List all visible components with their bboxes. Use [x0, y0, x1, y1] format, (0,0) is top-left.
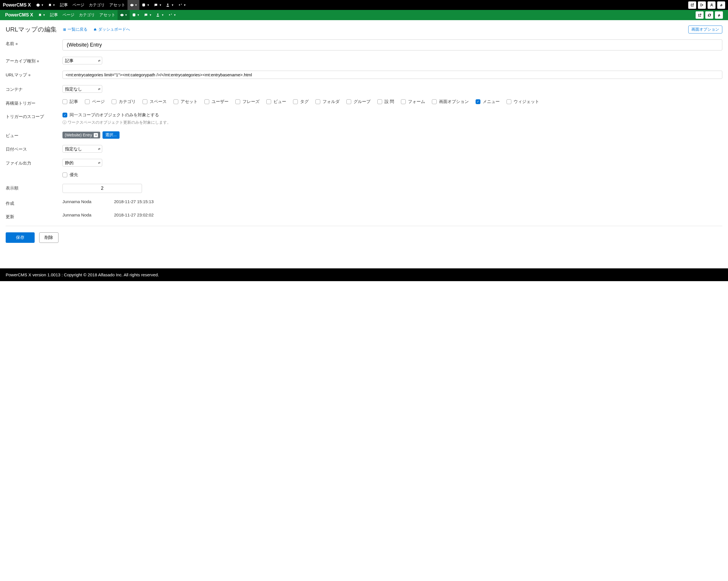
trigger-label: ユーザー [211, 99, 229, 104]
trigger-checkbox[interactable] [378, 99, 382, 104]
label-view: ビュー [6, 131, 62, 139]
trigger-label: スペース [150, 99, 167, 104]
top-user-icon[interactable]: ▼ [164, 0, 176, 10]
save-button[interactable]: 保存 [6, 232, 35, 243]
top-db-icon[interactable]: ▼ [139, 0, 152, 10]
trigger-label: フォーム [408, 99, 425, 104]
top-gear-icon[interactable]: ▼ [128, 0, 140, 10]
green-nav-page[interactable]: ページ [60, 10, 77, 20]
footer: PowerCMS X version 1.0013 : Copyright © … [0, 268, 728, 281]
priority-label: 優先 [70, 172, 78, 177]
green-plug-icon[interactable]: ▼ [166, 10, 178, 20]
trigger-label: ビュー [274, 99, 286, 104]
trigger-grid: 記事ページカテゴリスペースアセットユーザーフレーズビュータグフォルダグループ設 … [62, 99, 722, 104]
screen-options-button[interactable]: 画面オプション [688, 26, 722, 33]
top-bookmark-icon[interactable]: ▼ [46, 0, 58, 10]
top-btn-external-icon[interactable] [688, 1, 696, 9]
trigger-checkbox[interactable] [111, 99, 116, 104]
trigger-label: 設 問 [385, 99, 394, 104]
trigger-checkbox[interactable] [266, 99, 271, 104]
label-date: 日付ベース [6, 145, 62, 153]
page-title: URLマップの編集 [6, 25, 57, 34]
trigger-label: フォルダ [322, 99, 340, 104]
trigger-label: アセット [181, 99, 198, 104]
label-name: 名前✱ [6, 39, 62, 51]
label-created: 作成 [6, 199, 62, 206]
green-gear-icon[interactable]: ▼ [118, 10, 130, 20]
page-head: URLマップの編集 一覧に戻る ダッシュボードへ 画面オプション [6, 25, 722, 34]
label-trigger: 再構築トリガー [6, 99, 62, 106]
order-input[interactable] [62, 184, 142, 193]
trigger-checkbox[interactable] [142, 99, 147, 104]
back-link[interactable]: 一覧に戻る [62, 27, 87, 32]
date-select[interactable]: 指定なし [62, 145, 102, 153]
trigger-checkbox[interactable] [432, 99, 437, 104]
green-btn-refresh-icon[interactable] [705, 11, 713, 19]
trigger-checkbox[interactable] [401, 99, 406, 104]
trigger-checkbox[interactable] [315, 99, 320, 104]
svg-point-2 [711, 4, 712, 5]
trigger-checkbox[interactable] [235, 99, 240, 104]
label-order: 表示順 [6, 184, 62, 193]
scope-checkbox[interactable]: ✓ [62, 113, 67, 117]
trigger-checkbox[interactable] [174, 99, 178, 104]
top-btn-logout-icon[interactable] [698, 1, 706, 9]
trigger-checkbox[interactable] [506, 99, 511, 104]
top-plug-icon[interactable]: ▼ [176, 0, 188, 10]
green-nav-category[interactable]: カテゴリ [77, 10, 97, 20]
trigger-checkbox[interactable] [62, 99, 67, 104]
green-btn-wrench-icon[interactable] [715, 11, 723, 19]
top-nav-asset[interactable]: アセット [107, 0, 128, 10]
green-nav-entry[interactable]: 記事 [48, 10, 60, 20]
top-chat-icon[interactable]: ▼ [152, 0, 164, 10]
top-nav-category[interactable]: カテゴリ [86, 0, 107, 10]
greenbar: PowerCMS X ▼ 記事 ページ カテゴリ アセット ▼ ▼ ▼ ▼ ▼ [0, 10, 728, 20]
svg-point-1 [167, 3, 168, 5]
created-at: 2018-11-27 15:15:13 [114, 199, 154, 206]
dashboard-link[interactable]: ダッシュボードへ [93, 27, 130, 32]
brand-green[interactable]: PowerCMS X [5, 12, 33, 18]
name-input[interactable] [62, 39, 722, 51]
label-scope: トリガーのスコープ [6, 112, 62, 125]
green-nav-asset[interactable]: アセット [97, 10, 118, 20]
top-nav-page[interactable]: ページ [70, 0, 86, 10]
archive-select[interactable]: 記事 [62, 57, 102, 64]
green-chat-icon[interactable]: ▼ [142, 10, 154, 20]
delete-button[interactable]: 削除 [39, 232, 58, 243]
label-container: コンテナ [6, 85, 62, 93]
trigger-checkbox[interactable] [204, 99, 209, 104]
select-view-button[interactable]: 選択... [103, 131, 120, 139]
trigger-label: カテゴリ [119, 99, 136, 104]
trigger-label: フレーズ [242, 99, 260, 104]
green-btn-external-icon[interactable] [696, 11, 704, 19]
brand-top[interactable]: PowerCMS X [3, 3, 31, 8]
urlmap-input[interactable] [62, 71, 722, 79]
trigger-checkbox[interactable] [346, 99, 351, 104]
scope-help: ⓘ ワークスペースのオブジェクト更新のみを対象にします。 [62, 120, 722, 125]
updated-by: Junnama Noda [62, 213, 92, 220]
top-btn-wrench-icon[interactable] [717, 1, 725, 9]
green-db-icon[interactable]: ▼ [130, 10, 142, 20]
priority-checkbox[interactable] [62, 172, 67, 177]
label-urlmap: URLマップ✱ [6, 71, 62, 79]
green-user-icon[interactable]: ▼ [154, 10, 166, 20]
trigger-label: 記事 [70, 99, 78, 104]
trigger-checkbox[interactable] [85, 99, 90, 104]
svg-point-4 [157, 13, 159, 15]
trigger-label: タグ [300, 99, 309, 104]
green-bookmark-icon[interactable]: ▼ [36, 10, 48, 20]
trigger-label: 画面オプション [439, 99, 469, 104]
top-btn-user-icon[interactable] [707, 1, 716, 9]
trigger-label: グループ [354, 99, 370, 104]
container-select[interactable]: 指定なし [62, 85, 102, 93]
view-tag-remove-icon[interactable]: ✕ [94, 133, 98, 137]
label-updated: 更新 [6, 213, 62, 220]
trigger-label: メニュー [483, 99, 500, 104]
top-cube-icon[interactable]: ▼ [34, 0, 46, 10]
label-file: ファイル出力 [6, 159, 62, 177]
top-nav-entry[interactable]: 記事 [58, 0, 70, 10]
file-select[interactable]: 静的 [62, 159, 102, 167]
trigger-checkbox[interactable] [293, 99, 298, 104]
scope-label: 同一スコープのオブジェクトのみを対象とする [70, 112, 159, 118]
trigger-checkbox[interactable]: ✓ [475, 99, 480, 104]
